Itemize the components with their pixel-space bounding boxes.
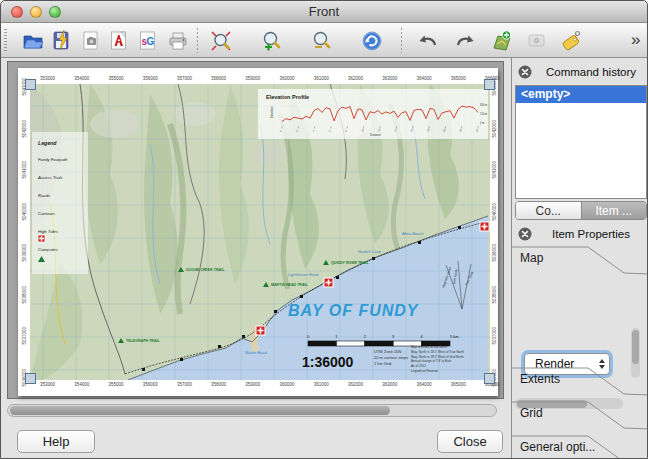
add-label-button[interactable] (557, 27, 587, 54)
place-label: Lighthouse Head (288, 272, 318, 277)
toolbar-drag-handle[interactable] (4, 29, 7, 52)
redo-icon (453, 29, 477, 53)
profile-ylabel: Elevation (270, 106, 274, 118)
add-image-icon (525, 29, 549, 53)
scrollbar-thumb[interactable] (632, 330, 639, 364)
place-label: Martin Head (245, 350, 267, 355)
grid-coordinate-label: 5037000 (492, 339, 497, 345)
add-image-button[interactable] (522, 27, 552, 54)
section-header-grid[interactable]: Grid (512, 401, 648, 431)
section-header-extents[interactable]: Extents (512, 367, 648, 397)
grid-coordinate-label: 5038000 (22, 297, 27, 303)
export-pdf-button[interactable] (104, 27, 134, 54)
scale-ratio: 1:36000 (302, 354, 354, 370)
zoom-full-icon (209, 29, 233, 53)
undo-button[interactable] (413, 27, 443, 54)
grid-coordinate-label: 358000 (211, 76, 226, 82)
composer-window: Front (0, 0, 648, 459)
grid-coordinate-label: 364000 (416, 76, 431, 82)
grid-coordinate-label: 5042000 (22, 131, 27, 137)
help-button[interactable]: Help (17, 430, 95, 453)
command-history-list[interactable]: <empty> (515, 85, 647, 199)
zoom-in-button[interactable] (256, 27, 286, 54)
close-button[interactable]: Close (437, 430, 503, 453)
tab-command-history[interactable]: Co... (516, 202, 581, 219)
grid-coordinate-label: 5040000 (492, 214, 497, 220)
zoom-full-extent-button[interactable] (206, 27, 236, 54)
legend-high-tide-icon (38, 235, 45, 242)
window-title: Front (1, 4, 647, 19)
composition-paper[interactable]: 3530003540003550003560003570003580003590… (18, 68, 498, 396)
grid-coordinate-label: 359000 (245, 382, 260, 388)
grid-coordinate-label: 353000 (40, 382, 55, 388)
composition-canvas[interactable]: 3530003540003550003560003570003580003590… (7, 61, 504, 399)
svg-text:Mag. North is 18°2' West of Tr: Mag. North is 18°2' West of True North (411, 350, 464, 354)
grid-coordinate-label: 364000 (416, 382, 431, 388)
toolbar-separator (401, 28, 402, 53)
svg-text:5 km: 5 km (450, 334, 459, 339)
svg-text:UTM Zone 20N: UTM Zone 20N (374, 349, 401, 354)
redo-button[interactable] (450, 27, 480, 54)
command-history-row[interactable]: <empty> (516, 86, 646, 103)
grid-coordinate-label: 357000 (177, 382, 192, 388)
svg-text:Mag. North is 18°2' West of Gr: Mag. North is 18°2' West of Grid North (411, 355, 464, 359)
export-pdf-icon (107, 29, 131, 53)
load-template-button[interactable] (18, 27, 48, 54)
section-header-map[interactable]: Map (512, 246, 648, 276)
grid-coordinate-label: 365000 (451, 382, 466, 388)
grid-coordinate-label: 362000 (348, 76, 363, 82)
selection-handle-bottom-left[interactable] (25, 373, 36, 384)
grid-coordinate-label: 5039000 (492, 256, 497, 262)
refresh-view-button[interactable] (357, 27, 387, 54)
add-map-icon (490, 29, 514, 53)
place-label: Alma Beach (402, 231, 424, 236)
profile-title: Elevation Profile (266, 94, 309, 100)
selection-handle-top-left[interactable] (25, 79, 36, 90)
zoom-out-button[interactable] (306, 27, 336, 54)
toolbar-separator (197, 28, 198, 53)
save-template-button[interactable] (47, 27, 77, 54)
selection-handle-bottom-right[interactable] (484, 373, 495, 384)
scrollbar-thumb[interactable] (10, 406, 390, 415)
export-svg-icon: s G (136, 29, 160, 53)
print-button[interactable] (163, 27, 193, 54)
map-item[interactable]: GOOSE CREEK TRAIL MARTIN HEAD TRAIL QUID… (30, 84, 490, 380)
grid-coordinate-label: 5041000 (22, 173, 27, 179)
trail-label: MARTIN HEAD TRAIL (271, 283, 309, 287)
canvas-horizontal-scrollbar[interactable] (7, 404, 497, 417)
toolbar: s G (1, 23, 647, 58)
grid-coordinate-label: 353000 (40, 76, 55, 82)
close-panel-icon[interactable] (518, 227, 532, 241)
svg-text:150 m: 150 m (480, 112, 487, 116)
grid-coords-top: 3530003540003550003560003570003580003590… (40, 76, 500, 82)
selection-handle-top-right[interactable] (484, 79, 495, 90)
section-header-general-options[interactable]: General opti... (512, 435, 648, 459)
grid-coordinate-label: 363000 (382, 382, 397, 388)
grid-coordinate-label: 357000 (177, 76, 192, 82)
command-history-header: Command history (512, 62, 648, 82)
item-properties-header: Item Properties (512, 224, 648, 244)
legend-item: Roads (38, 193, 51, 198)
sea-title: BAY OF FUNDY (288, 302, 419, 319)
export-image-button[interactable] (76, 27, 106, 54)
grid-coords-left: 5043000504200050410005040000503900050380… (21, 90, 27, 386)
titlebar[interactable]: Front (1, 1, 647, 23)
legend-item: Campsites (38, 247, 59, 252)
legend-item: Contours (38, 211, 56, 216)
item-properties-title: Item Properties (532, 228, 648, 240)
grid-coordinate-label: 354000 (74, 76, 89, 82)
export-svg-button[interactable]: s G (133, 27, 163, 54)
svg-text:Map oriented to true North: Map oriented to true North (411, 345, 447, 349)
grid-coordinate-label: 363000 (382, 76, 397, 82)
add-new-map-button[interactable] (487, 27, 517, 54)
legend-item: High Tides (38, 229, 59, 234)
folder-open-icon (21, 29, 45, 53)
toolbar-overflow-chevron[interactable]: » (631, 30, 640, 50)
place-label: Hazlett Cove (358, 249, 382, 254)
tab-item-properties[interactable]: Item ... (581, 202, 647, 219)
svg-text:G: G (147, 36, 155, 47)
legend-item: Fundy Footpath (38, 157, 68, 162)
close-panel-icon[interactable] (518, 65, 532, 79)
grid-coordinate-label: 5043000 (492, 90, 497, 96)
grid-coordinate-label: 5038000 (492, 297, 497, 303)
